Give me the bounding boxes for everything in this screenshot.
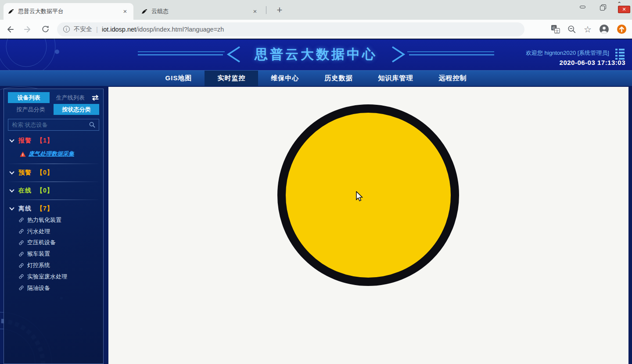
tab-close-icon[interactable]: ×: [251, 7, 259, 15]
tree-divider: [9, 164, 98, 164]
nav-item-remote-control[interactable]: 远程控制: [426, 71, 479, 86]
window-minimize-button[interactable]: [577, 2, 588, 12]
device-item-offline[interactable]: 空压机设备: [8, 237, 99, 249]
tab-title: 云组态: [151, 7, 248, 15]
browser-tab-scada[interactable]: 云组态 ×: [137, 3, 263, 20]
window-close-button[interactable]: ⌃ ✕: [617, 2, 628, 12]
minimize-icon: [580, 6, 585, 8]
alarm-device-link[interactable]: 废气处理数据采集: [29, 150, 74, 158]
chevron-down-icon[interactable]: [9, 187, 14, 192]
bookmark-star-icon[interactable]: ☆: [584, 25, 592, 34]
group-label: 在线: [18, 187, 32, 195]
device-sidebar: 设备列表 生产线列表 按产品分类 按状态分类 报警: [4, 89, 104, 364]
chevron-down-icon[interactable]: [9, 169, 14, 174]
url-path: /idosp/index.html?language=zh: [136, 26, 224, 33]
forward-arrow-icon: [23, 25, 32, 34]
group-count: 【0】: [36, 187, 54, 195]
back-arrow-icon: [6, 25, 14, 34]
title-decor-left: [138, 45, 248, 64]
group-label: 离线: [18, 205, 32, 213]
device-item-offline[interactable]: 隔油设备: [8, 282, 99, 294]
device-status-tree: 报警 【1】 ! 废气处理数据采集 预警 【0】 在: [8, 135, 99, 294]
search-icon[interactable]: [89, 121, 95, 128]
tree-group-warning[interactable]: 预警 【0】: [8, 167, 99, 178]
disconnected-icon: [18, 285, 24, 291]
chevron-down-icon[interactable]: [9, 205, 14, 210]
translate-icon[interactable]: G文: [551, 25, 560, 34]
main-navigation: GIS地图 实时监控 维保中心 历史数据 知识库管理 远程控制: [0, 70, 632, 86]
sidebar-filter-tabs: 按产品分类 按状态分类: [8, 104, 99, 115]
tree-group-alarm[interactable]: 报警 【1】: [8, 135, 99, 146]
svg-text:文: 文: [555, 29, 559, 33]
window-restore-button[interactable]: [597, 2, 608, 12]
nav-item-maintenance-center[interactable]: 维保中心: [258, 71, 312, 86]
site-favicon-icon: [141, 8, 148, 15]
zoom-out-icon[interactable]: [567, 25, 576, 34]
disconnected-icon: [18, 274, 24, 279]
device-label: 污水处理: [27, 228, 50, 236]
toolbar-actions: G文 ☆: [551, 24, 627, 34]
swap-icon[interactable]: [91, 94, 99, 101]
tab-close-icon[interactable]: ×: [121, 7, 129, 15]
disconnected-icon: [18, 263, 24, 268]
device-item-offline[interactable]: 猴车装置: [8, 248, 99, 260]
restore-icon: [600, 4, 605, 10]
new-tab-button[interactable]: +: [273, 4, 286, 17]
welcome-user-label: 欢迎您 hignton2020 [系统管理员]: [526, 49, 609, 57]
nav-item-realtime-monitor[interactable]: 实时监控: [205, 71, 258, 86]
nav-item-gis-map[interactable]: GIS地图: [153, 71, 205, 86]
disconnected-icon: [18, 251, 24, 257]
device-label: 热力氧化装置: [27, 216, 61, 224]
group-label: 报警: [18, 137, 32, 145]
screen: 思普云大数据平台 × 云组态 × + ⌃ ✕ i: [0, 0, 632, 364]
tree-group-offline[interactable]: 离线 【7】: [8, 203, 99, 214]
group-count: 【1】: [36, 137, 54, 145]
address-bar[interactable]: i 不安全 | iot.idosp.net/idosp/index.html?l…: [57, 22, 524, 36]
disconnected-icon: [18, 228, 24, 234]
svg-text:!: !: [22, 153, 24, 157]
url-host: iot.idosp.net: [102, 26, 136, 33]
profile-avatar-icon[interactable]: [599, 24, 609, 34]
device-label: 猴车装置: [27, 250, 50, 258]
reload-button[interactable]: [38, 22, 53, 37]
device-item-offline[interactable]: 污水处理: [8, 226, 99, 237]
browser-update-icon[interactable]: [617, 24, 627, 34]
device-search-input[interactable]: [12, 121, 89, 128]
device-label: 灯控系统: [27, 261, 50, 269]
security-label[interactable]: 不安全: [74, 25, 92, 33]
tab-by-product[interactable]: 按产品分类: [8, 104, 54, 115]
nav-item-history-data[interactable]: 历史数据: [312, 71, 365, 86]
device-search-box: [8, 119, 99, 131]
tab-device-list[interactable]: 设备列表: [8, 92, 50, 103]
nav-item-knowledge-base[interactable]: 知识库管理: [365, 71, 426, 86]
scada-canvas: [108, 87, 628, 364]
browser-tab-platform[interactable]: 思普云大数据平台 ×: [4, 3, 133, 20]
reload-icon: [41, 25, 50, 33]
device-item-offline[interactable]: 灯控系统: [8, 260, 99, 271]
group-label: 预警: [18, 169, 32, 177]
status-circle-shape[interactable]: [282, 109, 455, 282]
page-info-icon[interactable]: i: [63, 26, 70, 32]
disconnected-icon: [18, 240, 24, 246]
tab-production-line-list[interactable]: 生产线列表: [50, 92, 91, 103]
browser-toolbar: i 不安全 | iot.idosp.net/idosp/index.html?l…: [0, 20, 632, 39]
tree-divider: [9, 182, 98, 182]
back-button[interactable]: [3, 22, 18, 37]
forward-button[interactable]: [20, 22, 35, 37]
web-page: 思普云大数据中心 欢迎您 hignton2020 [系统管理员] 2020-06…: [0, 39, 632, 364]
tree-group-online[interactable]: 在线 【0】: [8, 185, 99, 196]
close-icon: ✕: [618, 6, 630, 13]
page-title: 思普云大数据中心: [255, 46, 377, 64]
current-datetime: 2020-06-03 17:13:03: [560, 59, 625, 66]
tab-by-status[interactable]: 按状态分类: [54, 104, 99, 115]
device-item-offline[interactable]: 实验室废水处理: [8, 271, 99, 282]
mouse-cursor: [356, 191, 364, 202]
warning-icon: !: [20, 151, 26, 157]
device-item-alarm[interactable]: ! 废气处理数据采集: [8, 147, 99, 161]
chevron-down-icon[interactable]: [9, 137, 14, 142]
window-controls: ⌃ ✕: [577, 1, 628, 13]
status-circle[interactable]: [277, 104, 459, 286]
group-count: 【7】: [36, 205, 54, 213]
device-item-offline[interactable]: 热力氧化装置: [8, 214, 99, 226]
device-label: 实验室废水处理: [27, 273, 67, 281]
